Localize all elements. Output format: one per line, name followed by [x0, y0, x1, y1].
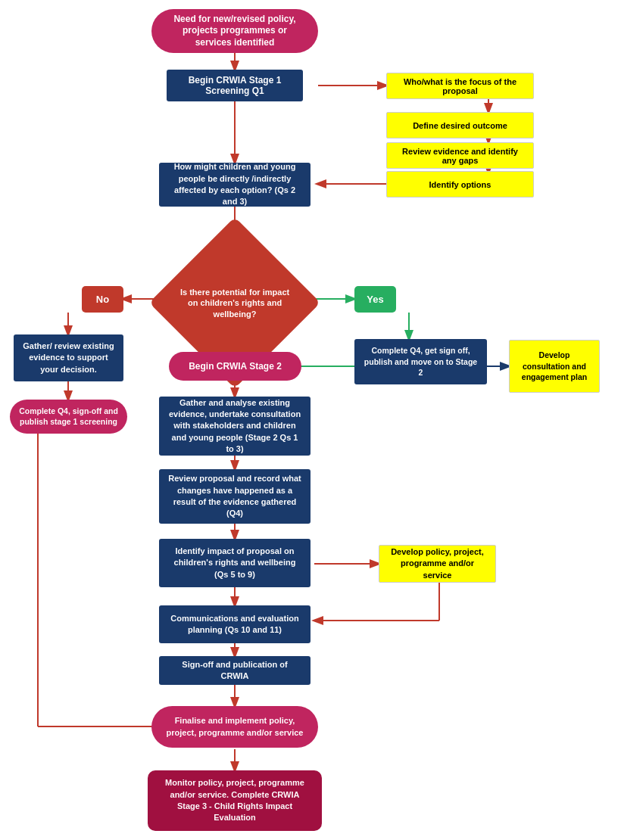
diamond-wrap: Is there potential for impact on childre…	[163, 235, 307, 371]
stage2-pill: Begin CRWIA Stage 2	[169, 352, 301, 381]
complete-q4-left-pill: Complete Q4, sign-off and publish stage …	[10, 400, 127, 434]
identify-impact-rect: Identify impact of proposal on children'…	[159, 539, 310, 587]
q1-evidence-box: Review evidence and identify any gaps	[386, 142, 534, 169]
flowchart: Need for new/revised policy, projects pr…	[0, 0, 621, 840]
monitor-pill: Monitor policy, project, programme and/o…	[148, 770, 322, 831]
no-label: No	[82, 286, 123, 313]
review-proposal-rect: Review proposal and record what changes …	[159, 469, 310, 524]
stage1-rect: Begin CRWIA Stage 1 Screening Q1	[167, 70, 303, 101]
q1-outcome-box: Define desired outcome	[386, 112, 534, 138]
develop-consult-box: Develop consultation and engagement plan	[509, 340, 600, 393]
diamond-text: Is there potential for impact on childre…	[180, 287, 290, 319]
q1-options-box: Identify options	[386, 171, 534, 198]
yes-label: Yes	[354, 286, 396, 313]
finalise-pill: Finalise and implement policy, project, …	[151, 706, 318, 748]
q1-focus-box: Who/what is the focus of the proposal	[386, 73, 534, 99]
how-might-rect: How might children and young people be d…	[159, 163, 310, 207]
start-pill: Need for new/revised policy, projects pr…	[151, 9, 318, 53]
gather-analyse-rect: Gather and analyse existing evidence, un…	[159, 397, 310, 456]
signoff-rect: Sign-off and publication of CRWIA	[159, 656, 310, 685]
develop-policy-box: Develop policy, project, programme and/o…	[379, 545, 496, 583]
complete-q4-right-rect: Complete Q4, get sign off, publish and m…	[354, 339, 487, 384]
comms-rect: Communications and evaluation planning (…	[159, 605, 310, 643]
gather-no-rect: Gather/ review existing evidence to supp…	[14, 334, 123, 381]
